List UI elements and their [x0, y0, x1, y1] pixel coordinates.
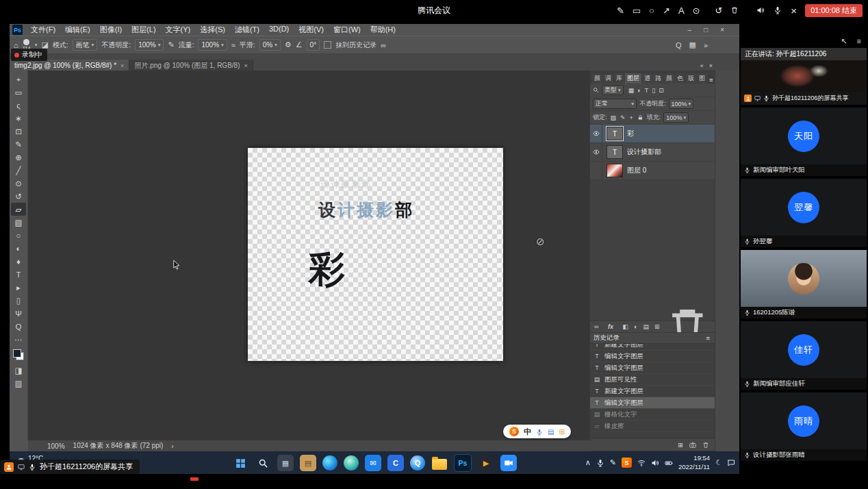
healing-brush-tool[interactable]: ⊕: [11, 151, 26, 164]
menu-item-6[interactable]: 滤镜(T): [230, 25, 264, 35]
eraser-tool[interactable]: ▱: [11, 203, 26, 216]
layout-menu-icon[interactable]: ≡: [857, 37, 861, 46]
visibility-eye-icon[interactable]: [590, 143, 602, 161]
restore-view-icon[interactable]: ↖: [841, 37, 847, 46]
filter-type-icon[interactable]: T: [644, 87, 650, 94]
browser-app[interactable]: [344, 455, 359, 471]
device-app[interactable]: ▦: [277, 455, 294, 471]
wifi-icon[interactable]: [637, 459, 646, 467]
tray-pen-icon[interactable]: ✎: [610, 458, 616, 467]
layer-mask-icon[interactable]: ◧: [622, 323, 628, 330]
quick-mask-icon[interactable]: ◨: [11, 364, 26, 377]
collapse-panels-icon[interactable]: «: [700, 62, 704, 69]
participant-mic-icon[interactable]: [744, 310, 750, 316]
ime-keyboard-icon[interactable]: ▤: [548, 428, 554, 436]
search-button[interactable]: [255, 455, 271, 471]
menu-item-9[interactable]: 窗口(W): [329, 25, 366, 35]
close-panel-icon[interactable]: ×: [709, 62, 713, 69]
brush-tool[interactable]: ╱: [11, 164, 26, 177]
layer-search-icon[interactable]: [593, 87, 599, 93]
zoom-search-icon[interactable]: Q: [676, 41, 682, 49]
adjustment-layer-icon[interactable]: ◐: [634, 323, 637, 330]
history-state-row[interactable]: T编辑文字图层: [590, 362, 715, 374]
move-tool[interactable]: +: [11, 73, 26, 86]
panel-tab-0[interactable]: 颜: [592, 73, 602, 84]
lock-transparency-icon[interactable]: ▨: [610, 114, 617, 121]
menu-item-1[interactable]: 编辑(E): [60, 25, 95, 35]
menu-item-4[interactable]: 文字(Y): [161, 25, 196, 35]
panel-tab-8[interactable]: 版: [686, 73, 696, 84]
participant-tile[interactable]: 16201205陈谐: [741, 250, 867, 318]
brush-preset-caret[interactable]: ▾: [35, 42, 38, 48]
screen-share-overlay[interactable]: 孙千超16211206的屏幕共享: [0, 460, 140, 474]
blend-mode-select[interactable]: 正常▾: [593, 99, 637, 109]
doc-from-state-icon[interactable]: ⊞: [678, 441, 683, 449]
menu-item-10[interactable]: 帮助(H): [366, 25, 400, 35]
filter-adjustment-icon[interactable]: ◐: [637, 87, 641, 94]
blur-tool[interactable]: ○: [11, 229, 26, 242]
ime-language-indicator[interactable]: 中: [524, 427, 531, 437]
foreground-color-swatch[interactable]: [13, 349, 21, 358]
airbrush-icon[interactable]: ≈: [231, 41, 235, 49]
panel-tab-7[interactable]: 色: [675, 73, 685, 84]
rectangle-icon[interactable]: ▭: [633, 6, 641, 15]
pressure-opacity-icon[interactable]: ✎: [168, 40, 174, 49]
panel-tab-3[interactable]: 图层: [625, 73, 641, 84]
tray-mic-icon[interactable]: [596, 459, 604, 467]
new-layer-icon[interactable]: ⊞: [654, 323, 660, 330]
link-layers-icon[interactable]: ∞: [594, 323, 598, 330]
crop-tool[interactable]: ⊡: [11, 125, 26, 138]
arrange-documents-icon[interactable]: ▦: [689, 40, 695, 49]
document-canvas[interactable]: 设计摄影部 设计摄影部 彩: [248, 148, 503, 361]
panel-tab-6[interactable]: 颜: [664, 73, 674, 84]
edge-browser[interactable]: [322, 455, 337, 471]
laser-pointer-icon[interactable]: ⊙: [693, 6, 700, 15]
history-state-row[interactable]: ▤图层可见性: [590, 374, 715, 386]
lock-position-icon[interactable]: +: [629, 114, 634, 121]
participant-mic-icon[interactable]: [744, 381, 750, 387]
participant-mic-icon[interactable]: [744, 452, 750, 458]
erase-history-checkbox[interactable]: [324, 41, 331, 49]
ime-mic-icon[interactable]: [536, 427, 543, 435]
mode-select[interactable]: 画笔▾: [73, 39, 98, 51]
layers-opacity-select[interactable]: 100%▾: [669, 99, 694, 109]
panel-tab-9[interactable]: 图: [697, 73, 707, 84]
smoothing-select[interactable]: 0%▾: [259, 39, 281, 51]
layer-row[interactable]: 图层 0: [590, 162, 715, 180]
lasso-tool[interactable]: ς: [11, 99, 26, 112]
visibility-eye-icon[interactable]: [590, 125, 602, 142]
history-menu-icon[interactable]: ≡: [704, 334, 711, 342]
marquee-tool[interactable]: ▭: [11, 86, 26, 99]
color-swatches[interactable]: [13, 349, 24, 360]
menu-item-2[interactable]: 图像(I): [95, 25, 127, 35]
panel-tab-1[interactable]: 调: [603, 73, 613, 84]
maximize-button[interactable]: □: [704, 26, 708, 34]
docs-app[interactable]: ▤: [300, 455, 316, 471]
meeting-timer-badge[interactable]: 01:00:08 结束: [805, 4, 863, 17]
delete-state-icon[interactable]: [702, 442, 709, 449]
ime-toolbox-icon[interactable]: ⊞: [559, 428, 564, 436]
player-app[interactable]: ▶: [478, 455, 494, 471]
tray-expand-icon[interactable]: ∧: [585, 458, 591, 467]
arrow-icon[interactable]: ↗: [663, 6, 670, 15]
filter-smart-icon[interactable]: ⊡: [658, 87, 665, 94]
ime-toolbar[interactable]: S 中 ▤ ⊞: [503, 425, 571, 438]
flow-select[interactable]: 100%▾: [198, 39, 227, 51]
filter-shape-icon[interactable]: ▯: [651, 87, 656, 94]
photoshop-app[interactable]: Ps: [454, 454, 472, 472]
mic-icon[interactable]: [774, 6, 782, 14]
history-state-row[interactable]: T编辑文字图层: [590, 351, 715, 362]
symmetry-icon[interactable]: ∞: [381, 41, 386, 49]
clear-annotation-icon[interactable]: [730, 6, 739, 14]
clone-stamp-tool[interactable]: ⊙: [11, 177, 26, 190]
eyedropper-tool[interactable]: ✎: [11, 138, 26, 151]
participant-mic-icon[interactable]: [744, 238, 750, 244]
focus-assist-icon[interactable]: ☾: [715, 458, 722, 467]
lock-pixels-icon[interactable]: ✎: [620, 114, 626, 121]
panel-tab-2[interactable]: 库: [614, 73, 624, 84]
panel-menu-icon[interactable]: ≡: [708, 76, 715, 84]
path-select-tool[interactable]: ▸: [11, 281, 26, 294]
meeting-app[interactable]: [500, 455, 517, 471]
new-snapshot-icon[interactable]: [689, 442, 696, 449]
close-annotation-icon[interactable]: ×: [791, 5, 797, 16]
